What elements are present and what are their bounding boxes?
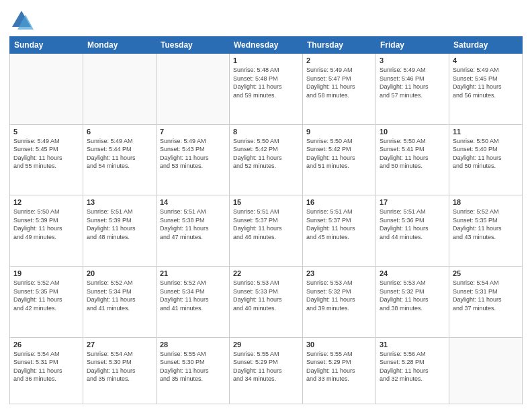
day-info: Sunrise: 5:51 AM Sunset: 5:36 PM Dayligh… bbox=[380, 208, 445, 241]
logo bbox=[9, 8, 36, 32]
day-info: Sunrise: 5:55 AM Sunset: 5:30 PM Dayligh… bbox=[160, 350, 226, 383]
day-info: Sunrise: 5:55 AM Sunset: 5:29 PM Dayligh… bbox=[233, 350, 299, 383]
week-row-1: 1Sunrise: 5:48 AM Sunset: 5:48 PM Daylig… bbox=[10, 54, 523, 125]
day-info: Sunrise: 5:49 AM Sunset: 5:45 PM Dayligh… bbox=[453, 66, 519, 99]
calendar-cell: 13Sunrise: 5:51 AM Sunset: 5:39 PM Dayli… bbox=[83, 195, 157, 267]
day-number: 16 bbox=[306, 198, 372, 206]
calendar-cell: 15Sunrise: 5:51 AM Sunset: 5:37 PM Dayli… bbox=[230, 195, 303, 267]
calendar-cell: 11Sunrise: 5:50 AM Sunset: 5:40 PM Dayli… bbox=[449, 124, 523, 195]
calendar-cell: 26Sunrise: 5:54 AM Sunset: 5:31 PM Dayli… bbox=[10, 337, 83, 404]
day-number: 19 bbox=[13, 269, 79, 277]
day-number: 8 bbox=[233, 128, 299, 136]
day-number: 6 bbox=[87, 128, 152, 136]
day-number: 14 bbox=[160, 198, 226, 206]
calendar-cell: 1Sunrise: 5:48 AM Sunset: 5:48 PM Daylig… bbox=[230, 54, 303, 125]
calendar-cell: 24Sunrise: 5:53 AM Sunset: 5:32 PM Dayli… bbox=[376, 266, 449, 337]
weekday-header-tuesday: Tuesday bbox=[157, 37, 230, 54]
day-number: 29 bbox=[233, 340, 299, 349]
day-info: Sunrise: 5:50 AM Sunset: 5:42 PM Dayligh… bbox=[233, 137, 299, 171]
day-number: 5 bbox=[13, 128, 79, 136]
day-info: Sunrise: 5:52 AM Sunset: 5:34 PM Dayligh… bbox=[160, 279, 226, 312]
day-number: 9 bbox=[306, 128, 372, 136]
logo-icon bbox=[9, 8, 34, 32]
weekday-header-sunday: Sunday bbox=[10, 37, 83, 54]
day-number: 23 bbox=[306, 269, 372, 277]
calendar-cell: 27Sunrise: 5:54 AM Sunset: 5:30 PM Dayli… bbox=[83, 337, 157, 404]
day-info: Sunrise: 5:51 AM Sunset: 5:39 PM Dayligh… bbox=[87, 208, 152, 241]
day-info: Sunrise: 5:50 AM Sunset: 5:39 PM Dayligh… bbox=[13, 208, 79, 241]
day-info: Sunrise: 5:54 AM Sunset: 5:31 PM Dayligh… bbox=[13, 350, 79, 383]
calendar-cell: 10Sunrise: 5:50 AM Sunset: 5:41 PM Dayli… bbox=[376, 124, 449, 195]
calendar-cell bbox=[449, 337, 523, 404]
calendar-cell: 7Sunrise: 5:49 AM Sunset: 5:43 PM Daylig… bbox=[157, 124, 230, 195]
calendar-cell: 31Sunrise: 5:56 AM Sunset: 5:28 PM Dayli… bbox=[376, 337, 449, 404]
week-row-5: 26Sunrise: 5:54 AM Sunset: 5:31 PM Dayli… bbox=[10, 337, 523, 404]
weekday-header-monday: Monday bbox=[83, 37, 157, 54]
weekday-header-thursday: Thursday bbox=[303, 37, 376, 54]
day-number: 21 bbox=[160, 269, 226, 277]
calendar-cell: 21Sunrise: 5:52 AM Sunset: 5:34 PM Dayli… bbox=[157, 266, 230, 337]
day-info: Sunrise: 5:54 AM Sunset: 5:31 PM Dayligh… bbox=[453, 279, 519, 312]
day-info: Sunrise: 5:48 AM Sunset: 5:48 PM Dayligh… bbox=[233, 66, 299, 99]
day-info: Sunrise: 5:53 AM Sunset: 5:32 PM Dayligh… bbox=[306, 279, 372, 312]
day-info: Sunrise: 5:54 AM Sunset: 5:30 PM Dayligh… bbox=[87, 350, 152, 383]
day-number: 24 bbox=[380, 269, 445, 277]
day-info: Sunrise: 5:51 AM Sunset: 5:37 PM Dayligh… bbox=[306, 208, 372, 241]
header bbox=[9, 7, 523, 32]
calendar-cell: 9Sunrise: 5:50 AM Sunset: 5:42 PM Daylig… bbox=[303, 124, 376, 195]
calendar-cell: 12Sunrise: 5:50 AM Sunset: 5:39 PM Dayli… bbox=[10, 195, 83, 267]
week-row-2: 5Sunrise: 5:49 AM Sunset: 5:45 PM Daylig… bbox=[10, 124, 523, 195]
weekday-header-row: SundayMondayTuesdayWednesdayThursdayFrid… bbox=[10, 37, 523, 54]
weekday-header-saturday: Saturday bbox=[449, 37, 523, 54]
calendar-cell: 23Sunrise: 5:53 AM Sunset: 5:32 PM Dayli… bbox=[303, 266, 376, 337]
calendar-cell: 28Sunrise: 5:55 AM Sunset: 5:30 PM Dayli… bbox=[157, 337, 230, 404]
day-info: Sunrise: 5:56 AM Sunset: 5:28 PM Dayligh… bbox=[380, 350, 445, 383]
calendar-cell: 8Sunrise: 5:50 AM Sunset: 5:42 PM Daylig… bbox=[230, 124, 303, 195]
calendar-cell: 30Sunrise: 5:55 AM Sunset: 5:29 PM Dayli… bbox=[303, 337, 376, 404]
calendar-cell: 19Sunrise: 5:52 AM Sunset: 5:35 PM Dayli… bbox=[10, 266, 83, 337]
day-number: 7 bbox=[160, 128, 226, 136]
day-number: 28 bbox=[160, 340, 226, 349]
day-number: 18 bbox=[453, 198, 519, 206]
day-number: 1 bbox=[233, 56, 299, 64]
day-info: Sunrise: 5:53 AM Sunset: 5:33 PM Dayligh… bbox=[233, 279, 299, 312]
day-info: Sunrise: 5:50 AM Sunset: 5:42 PM Dayligh… bbox=[306, 137, 372, 171]
calendar-cell: 16Sunrise: 5:51 AM Sunset: 5:37 PM Dayli… bbox=[303, 195, 376, 267]
calendar-cell: 14Sunrise: 5:51 AM Sunset: 5:38 PM Dayli… bbox=[157, 195, 230, 267]
page: SundayMondayTuesdayWednesdayThursdayFrid… bbox=[0, 0, 532, 411]
calendar-cell: 2Sunrise: 5:49 AM Sunset: 5:47 PM Daylig… bbox=[303, 54, 376, 125]
calendar-cell: 29Sunrise: 5:55 AM Sunset: 5:29 PM Dayli… bbox=[230, 337, 303, 404]
day-info: Sunrise: 5:49 AM Sunset: 5:47 PM Dayligh… bbox=[306, 66, 372, 99]
day-number: 15 bbox=[233, 198, 299, 206]
day-info: Sunrise: 5:53 AM Sunset: 5:32 PM Dayligh… bbox=[380, 279, 445, 312]
calendar-table: SundayMondayTuesdayWednesdayThursdayFrid… bbox=[9, 36, 523, 404]
day-number: 27 bbox=[87, 340, 152, 349]
calendar-cell: 20Sunrise: 5:52 AM Sunset: 5:34 PM Dayli… bbox=[83, 266, 157, 337]
day-number: 22 bbox=[233, 269, 299, 277]
day-number: 11 bbox=[453, 128, 519, 136]
day-number: 25 bbox=[453, 269, 519, 277]
day-number: 13 bbox=[87, 198, 152, 206]
calendar-cell bbox=[157, 54, 230, 125]
day-info: Sunrise: 5:52 AM Sunset: 5:35 PM Dayligh… bbox=[453, 208, 519, 241]
day-info: Sunrise: 5:51 AM Sunset: 5:38 PM Dayligh… bbox=[160, 208, 226, 241]
day-info: Sunrise: 5:49 AM Sunset: 5:43 PM Dayligh… bbox=[160, 137, 226, 171]
day-number: 2 bbox=[306, 56, 372, 64]
calendar-cell: 25Sunrise: 5:54 AM Sunset: 5:31 PM Dayli… bbox=[449, 266, 523, 337]
calendar-cell bbox=[83, 54, 157, 125]
day-info: Sunrise: 5:50 AM Sunset: 5:40 PM Dayligh… bbox=[453, 137, 519, 171]
calendar-cell bbox=[10, 54, 83, 125]
day-number: 12 bbox=[13, 198, 79, 206]
day-number: 3 bbox=[380, 56, 445, 64]
day-number: 26 bbox=[13, 340, 79, 349]
day-info: Sunrise: 5:49 AM Sunset: 5:46 PM Dayligh… bbox=[380, 66, 445, 99]
calendar-cell: 5Sunrise: 5:49 AM Sunset: 5:45 PM Daylig… bbox=[10, 124, 83, 195]
day-number: 20 bbox=[87, 269, 152, 277]
day-info: Sunrise: 5:50 AM Sunset: 5:41 PM Dayligh… bbox=[380, 137, 445, 171]
day-number: 31 bbox=[380, 340, 445, 349]
day-info: Sunrise: 5:52 AM Sunset: 5:35 PM Dayligh… bbox=[13, 279, 79, 312]
calendar-cell: 17Sunrise: 5:51 AM Sunset: 5:36 PM Dayli… bbox=[376, 195, 449, 267]
calendar-cell: 4Sunrise: 5:49 AM Sunset: 5:45 PM Daylig… bbox=[449, 54, 523, 125]
week-row-4: 19Sunrise: 5:52 AM Sunset: 5:35 PM Dayli… bbox=[10, 266, 523, 337]
day-info: Sunrise: 5:51 AM Sunset: 5:37 PM Dayligh… bbox=[233, 208, 299, 241]
